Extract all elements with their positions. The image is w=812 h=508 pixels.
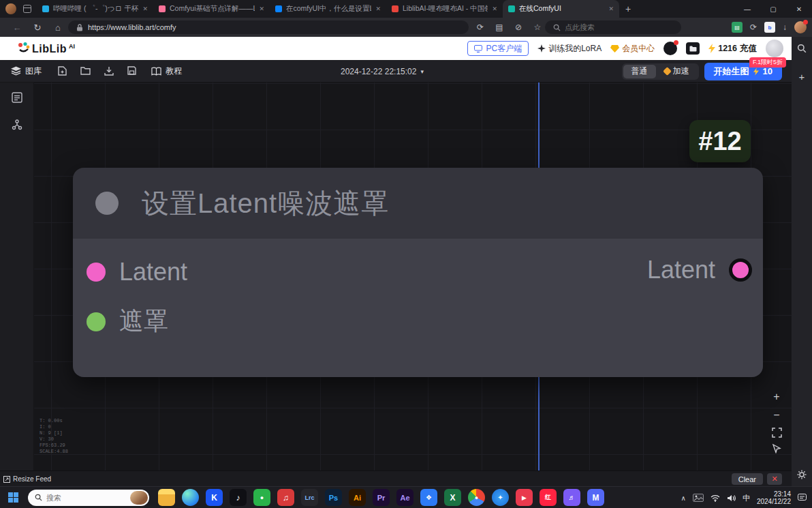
- taskbar-app-chrome[interactable]: ●: [468, 489, 485, 506]
- taskbar-clock[interactable]: 23:14 2024/12/22: [757, 490, 791, 505]
- extension-icon[interactable]: b: [764, 22, 775, 33]
- search-input[interactable]: [565, 23, 646, 31]
- url-input[interactable]: [88, 23, 469, 31]
- taskbar-app-purple-music[interactable]: ♬: [563, 489, 580, 506]
- sidebar-add-icon[interactable]: +: [799, 71, 805, 83]
- sidebar-settings-gear-icon[interactable]: [797, 470, 807, 482]
- browser-profile-button[interactable]: [794, 21, 807, 33]
- back-icon[interactable]: ←: [8, 18, 26, 37]
- node-panel-icon[interactable]: [12, 92, 22, 103]
- gallery-button[interactable]: 图库: [11, 65, 42, 77]
- taskbar-app-edge-browser[interactable]: [182, 489, 199, 506]
- pc-client-button[interactable]: PC客户端: [467, 41, 529, 56]
- tab-close-icon[interactable]: ✕: [608, 5, 614, 12]
- mode-normal-button[interactable]: 普通: [623, 65, 656, 78]
- taskbar-app-blue-m[interactable]: M: [587, 489, 604, 506]
- taskbar-app-red-music[interactable]: ♫: [277, 489, 294, 506]
- browser-tab-online-comfyui-active[interactable]: 在线ComfyUI ✕: [503, 0, 619, 18]
- tutorial-button[interactable]: 教程: [151, 65, 182, 77]
- minimize-button[interactable]: —: [734, 0, 760, 18]
- taskbar-app-wechat[interactable]: ●: [253, 489, 270, 506]
- workspace-folder-icon[interactable]: [686, 42, 700, 55]
- node-collapse-dot[interactable]: [95, 192, 119, 215]
- browser-profile-avatar[interactable]: [5, 3, 16, 14]
- notification-center-icon[interactable]: [798, 494, 807, 502]
- taskbar-search-input[interactable]: [46, 494, 121, 502]
- tray-expand-icon[interactable]: ∧: [681, 494, 686, 502]
- photo-thumbnail-icon[interactable]: [693, 494, 704, 502]
- sync-shield-icon[interactable]: ⟳: [750, 23, 757, 32]
- refresh-icon[interactable]: ↻: [29, 18, 46, 37]
- set-latent-noise-mask-node[interactable]: 设置Latent噪波遮罩 Latent 遮罩 Latent: [73, 168, 763, 377]
- zoom-out-icon[interactable]: −: [770, 409, 783, 421]
- node-header[interactable]: 设置Latent噪波遮罩: [73, 168, 763, 239]
- home-icon[interactable]: ⌂: [49, 18, 67, 37]
- liblib-logo[interactable]: LibLib AI: [18, 42, 75, 55]
- lightning-icon: [708, 44, 715, 53]
- download-icon[interactable]: ↓: [783, 23, 787, 32]
- favorite-star-icon[interactable]: ☆: [529, 18, 546, 37]
- ime-indicator[interactable]: 中: [743, 493, 750, 503]
- tab-layout-icon[interactable]: [23, 5, 31, 13]
- cursor-select-icon[interactable]: [772, 444, 781, 453]
- workflow-tree-icon[interactable]: [12, 119, 22, 130]
- sidebar-search-icon[interactable]: [797, 44, 807, 53]
- taskbar-app-safari[interactable]: ✦: [492, 489, 509, 506]
- taskbar-app-kimi[interactable]: K: [206, 489, 223, 506]
- tab-close-icon[interactable]: ✕: [259, 5, 264, 12]
- taskbar-app-lightroom-classic[interactable]: Lrc: [301, 489, 318, 506]
- taskbar-app-after-effects[interactable]: Ae: [396, 489, 413, 506]
- speaker-icon[interactable]: [727, 494, 736, 502]
- taskbar-app-illustrator[interactable]: Ai: [349, 489, 366, 506]
- user-avatar[interactable]: [766, 40, 783, 57]
- import-download-icon[interactable]: [104, 66, 114, 76]
- save-icon[interactable]: [127, 66, 136, 75]
- tracking-prevention-icon[interactable]: ⊘: [510, 18, 527, 37]
- taskbar-app-red-video[interactable]: ▶: [516, 489, 533, 506]
- taskbar-app-excel[interactable]: X: [444, 489, 461, 506]
- train-lora-button[interactable]: 训练我的LoRA: [537, 43, 602, 55]
- wifi-icon[interactable]: [710, 494, 720, 502]
- workflow-timestamp-dropdown[interactable]: 2024-12-22 22:15:02 ▾: [341, 60, 424, 83]
- fit-view-icon[interactable]: [772, 428, 782, 438]
- new-tab-button[interactable]: +: [619, 0, 637, 18]
- browser-tab-comfyui-guide[interactable]: Comfyui基础节点详解——Latent… ✕: [153, 0, 270, 18]
- close-button[interactable]: ✕: [786, 0, 812, 18]
- taskbar-app-photoshop[interactable]: Ps: [325, 489, 342, 506]
- tab-close-icon[interactable]: ✕: [492, 5, 497, 12]
- node-body[interactable]: Latent 遮罩 Latent: [73, 239, 763, 377]
- zoom-in-icon[interactable]: +: [770, 391, 783, 403]
- reading-list-icon[interactable]: ▤: [732, 22, 743, 33]
- generate-button[interactable]: 开始生图 10 F.1限时5折: [704, 63, 782, 80]
- resize-feed-toggle[interactable]: Resize Feed: [3, 471, 51, 487]
- maximize-button[interactable]: ▢: [760, 0, 786, 18]
- input-port-mask[interactable]: [87, 312, 106, 331]
- taskbar-app-xiaohongshu[interactable]: 红: [540, 489, 557, 506]
- comfy-canvas[interactable]: #12 设置Latent噪波遮罩 Latent 遮罩 Latent: [34, 83, 792, 470]
- taskbar-app-file-explorer[interactable]: [158, 489, 175, 506]
- browser-tab-liblibai[interactable]: LiblibAI-哩布哩布AI - 中国领先的… ✕: [386, 0, 503, 18]
- taskbar-app-douyin[interactable]: ♪: [230, 489, 247, 506]
- taskbar-app-blue-app[interactable]: ❖: [420, 489, 437, 506]
- member-center-button[interactable]: 会员中心: [610, 43, 655, 55]
- new-file-icon[interactable]: [58, 66, 67, 76]
- browser-tab-latent-question[interactable]: 在comfyUI中，什么是设置Latent!! ✕: [270, 0, 386, 18]
- mode-boost-button[interactable]: 加速: [656, 65, 698, 78]
- close-feed-button[interactable]: ✕: [767, 473, 782, 485]
- reading-mode-icon[interactable]: ▤: [490, 18, 508, 37]
- browser-search-box[interactable]: [545, 20, 681, 34]
- taskbar-search-box[interactable]: [28, 490, 149, 506]
- message-icon[interactable]: [663, 42, 677, 55]
- start-button[interactable]: [8, 492, 18, 503]
- tab-close-icon[interactable]: ✕: [142, 5, 148, 12]
- output-port-latent[interactable]: [729, 258, 752, 282]
- tab-close-icon[interactable]: ✕: [375, 5, 381, 12]
- browser-tab-bilibili[interactable]: 哔哩哔哩 ( ゜-゜)つロ 干杯~-bilibili ✕: [37, 0, 153, 18]
- address-bar[interactable]: [68, 20, 469, 34]
- translate-icon[interactable]: ⟳: [471, 18, 489, 37]
- taskbar-app-premiere[interactable]: Pr: [373, 489, 390, 506]
- credits-recharge-button[interactable]: 1216 充值: [708, 43, 757, 55]
- clear-button[interactable]: Clear: [732, 473, 763, 485]
- open-folder-icon[interactable]: [80, 66, 91, 75]
- input-port-latent[interactable]: [87, 263, 106, 282]
